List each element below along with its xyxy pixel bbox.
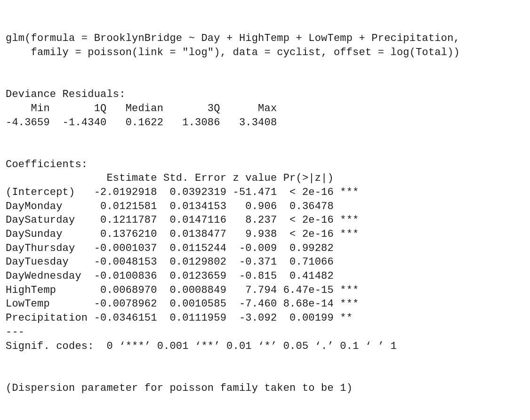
coef-row-lowtemp: LowTemp -0.0078962 0.0010585 -7.460 8.68… (6, 297, 524, 311)
deviance-residuals-header: Min 1Q Median 3Q Max (6, 102, 524, 116)
coef-row-daythursday: DayThursday -0.0001037 0.0115244 -0.009 … (6, 242, 524, 256)
coef-row-daywednesday: DayWednesday -0.0100836 0.0123659 -0.815… (6, 269, 524, 283)
signif-codes: Signif. codes: 0 ‘***’ 0.001 ‘**’ 0.01 ‘… (6, 339, 524, 354)
call-line-1: glm(formula = BrooklynBridge ~ Day + Hig… (6, 32, 524, 46)
coef-row-hightemp: HighTemp 0.0068970 0.0008849 7.794 6.47e… (6, 283, 524, 298)
coef-row-daysaturday: DaySaturday 0.1211787 0.0147116 8.237 < … (6, 213, 524, 227)
separator: --- (6, 325, 524, 339)
deviance-residuals-values: -4.3659 -1.4340 0.1622 1.3086 3.3408 (6, 116, 524, 130)
coef-row-daymonday: DayMonday 0.0121581 0.0134153 0.906 0.36… (6, 200, 524, 214)
coef-row-daytuesday: DayTuesday -0.0048153 0.0129802 -0.371 0… (6, 255, 524, 269)
call-line-2: family = poisson(link = "log"), data = c… (6, 46, 524, 60)
coef-row-intercept: (Intercept) -2.0192918 0.0392319 -51.471… (6, 186, 524, 200)
coefficients-label: Coefficients: (6, 158, 524, 172)
coef-row-precipitation: Precipitation -0.0346151 0.0111959 -3.09… (6, 311, 524, 325)
coefficients-header: Estimate Std. Error z value Pr(>|z|) (6, 171, 524, 186)
dispersion-note: (Dispersion parameter for poisson family… (6, 381, 524, 396)
coef-row-daysunday: DaySunday 0.1376210 0.0138477 9.938 < 2e… (6, 227, 524, 242)
deviance-residuals-label: Deviance Residuals: (6, 88, 524, 102)
